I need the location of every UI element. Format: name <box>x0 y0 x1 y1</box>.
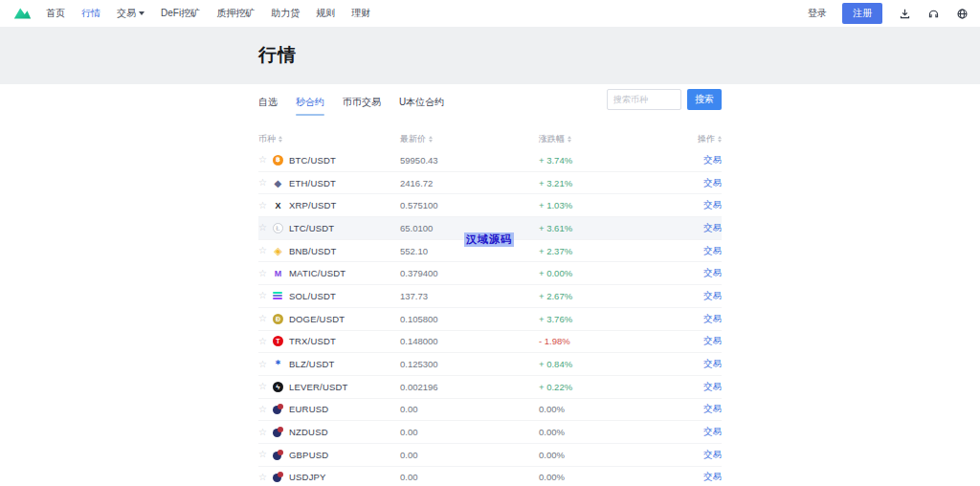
trade-link[interactable]: 交易 <box>672 154 722 166</box>
nav-item-loan[interactable]: 助力贷 <box>271 7 300 20</box>
nav-item-home[interactable]: 首页 <box>46 7 65 20</box>
sort-icon <box>278 136 282 143</box>
register-button[interactable]: 注册 <box>842 3 882 24</box>
trade-link[interactable]: 交易 <box>672 335 722 347</box>
pair-name: XRP/USDT <box>289 200 337 210</box>
change-percent: 0.00% <box>539 450 672 460</box>
headset-icon[interactable] <box>926 7 940 20</box>
favorite-star-icon[interactable]: ☆ <box>258 269 267 278</box>
tab-usdt-contract[interactable]: U本位合约 <box>399 96 444 116</box>
main-nav: 首页 行情 交易 DeFi挖矿 质押挖矿 助力贷 规则 理财 <box>46 7 370 20</box>
nav-item-markets[interactable]: 行情 <box>81 7 100 20</box>
table-row[interactable]: ☆NZDUSD0.000.00%交易 <box>258 421 722 444</box>
symbol-cell: ☆฿BTC/USDT <box>258 155 400 166</box>
nav-item-defi-mining[interactable]: DeFi挖矿 <box>161 7 200 20</box>
last-price: 0.00 <box>400 450 539 460</box>
table-row[interactable]: ☆USDJPY0.000.00%交易 <box>258 467 722 486</box>
sort-icon <box>568 136 571 143</box>
nav-item-staking[interactable]: 质押挖矿 <box>216 7 255 20</box>
trade-link[interactable]: 交易 <box>672 403 722 415</box>
header-price[interactable]: 最新价 <box>400 133 539 145</box>
trade-link[interactable]: 交易 <box>672 471 722 483</box>
header-symbol[interactable]: 币种 <box>258 133 400 145</box>
favorite-star-icon[interactable]: ☆ <box>258 201 267 210</box>
trade-link[interactable]: 交易 <box>672 245 722 257</box>
fx-coin-icon <box>273 472 283 482</box>
change-percent: + 0.00% <box>539 268 672 278</box>
last-price: 0.575100 <box>400 200 539 210</box>
header-symbol-label: 币种 <box>258 133 276 145</box>
nav-item-trade[interactable]: 交易 <box>117 7 145 20</box>
table-row[interactable]: ☆ϟLEVER/USDT0.002196+ 0.22%交易 <box>258 376 722 399</box>
trade-link[interactable]: 交易 <box>672 313 722 325</box>
trade-link[interactable]: 交易 <box>672 381 722 393</box>
symbol-cell: ☆＊BLZ/USDT <box>258 359 400 369</box>
pair-name: NZDUSD <box>289 427 328 437</box>
table-row[interactable]: ☆XXRP/USDT0.575100+ 1.03%交易 <box>258 194 722 217</box>
bnb-coin-icon: ◈ <box>273 246 283 256</box>
symbol-cell: ☆TTRX/USDT <box>258 336 400 346</box>
xrp-coin-icon: X <box>273 200 283 210</box>
favorite-star-icon[interactable]: ☆ <box>258 178 267 188</box>
trade-link[interactable]: 交易 <box>672 449 722 461</box>
table-row[interactable]: ☆TTRX/USDT0.148000- 1.98%交易 <box>258 331 722 354</box>
globe-icon[interactable] <box>955 7 969 20</box>
nav-item-rules[interactable]: 规则 <box>316 7 335 20</box>
favorite-star-icon[interactable]: ☆ <box>258 405 267 414</box>
trade-link[interactable]: 交易 <box>672 177 722 189</box>
pair-name: BTC/USDT <box>289 155 336 166</box>
trade-link[interactable]: 交易 <box>672 199 722 211</box>
table-row[interactable]: ☆฿BTC/USDT59950.43+ 3.74%交易 <box>258 149 722 172</box>
favorite-star-icon[interactable]: ☆ <box>258 337 267 346</box>
top-nav-bar: 首页 行情 交易 DeFi挖矿 质押挖矿 助力贷 规则 理财 登录 注册 <box>0 0 980 27</box>
pair-name: DOGE/USDT <box>289 314 345 324</box>
favorite-star-icon[interactable]: ☆ <box>258 360 267 369</box>
last-price: 0.002196 <box>400 382 539 392</box>
login-link[interactable]: 登录 <box>808 7 827 20</box>
symbol-cell: ☆NZDUSD <box>258 427 400 437</box>
favorite-star-icon[interactable]: ☆ <box>258 223 267 232</box>
favorite-star-icon[interactable]: ☆ <box>258 382 267 391</box>
download-icon[interactable] <box>898 7 911 20</box>
last-price: 0.00 <box>400 404 539 414</box>
table-row[interactable]: ☆◆ETH/USDT2416.72+ 3.21%交易 <box>258 172 722 195</box>
trade-link[interactable]: 交易 <box>672 290 722 302</box>
table-row[interactable]: ☆ÐDOGE/USDT0.105800+ 3.76%交易 <box>258 308 722 331</box>
trade-link[interactable]: 交易 <box>672 426 722 438</box>
search-input[interactable] <box>607 89 681 110</box>
table-row[interactable]: ☆GBPUSD0.000.00%交易 <box>258 444 722 467</box>
table-row[interactable]: ☆SOL/USDT137.73+ 2.67%交易 <box>258 285 722 308</box>
tab-second-contract[interactable]: 秒合约 <box>296 96 324 116</box>
change-percent: - 1.98% <box>539 336 672 346</box>
symbol-cell: ☆◆ETH/USDT <box>258 178 400 188</box>
pair-name: GBPUSD <box>289 450 328 460</box>
ltc-coin-icon: Ł <box>273 223 283 233</box>
trade-link[interactable]: 交易 <box>672 222 722 234</box>
favorite-star-icon[interactable]: ☆ <box>258 291 267 300</box>
tab-spot[interactable]: 币币交易 <box>343 96 381 116</box>
table-row[interactable]: ☆EURUSD0.000.00%交易 <box>258 399 722 422</box>
header-action-label: 操作 <box>698 133 715 145</box>
table-row[interactable]: ☆＊BLZ/USDT0.125300+ 0.84%交易 <box>258 353 722 376</box>
table-row[interactable]: ☆MMATIC/USDT0.379400+ 0.00%交易 <box>258 262 722 285</box>
last-price: 0.105800 <box>400 314 539 324</box>
change-percent: + 2.67% <box>539 291 672 301</box>
last-price: 59950.43 <box>400 155 539 166</box>
favorite-star-icon[interactable]: ☆ <box>258 450 267 459</box>
search-button[interactable]: 搜索 <box>687 89 722 110</box>
header-action[interactable]: 操作 <box>672 133 722 145</box>
nav-item-wealth[interactable]: 理财 <box>351 7 370 20</box>
favorite-star-icon[interactable]: ☆ <box>258 246 267 255</box>
favorite-star-icon[interactable]: ☆ <box>258 155 267 165</box>
page-header-band: 行情 <box>0 27 980 84</box>
trade-link[interactable]: 交易 <box>672 358 722 370</box>
trade-link[interactable]: 交易 <box>672 267 722 279</box>
tab-favorites[interactable]: 自选 <box>258 96 278 116</box>
header-change[interactable]: 涨跌幅 <box>539 133 672 145</box>
favorite-star-icon[interactable]: ☆ <box>258 473 267 482</box>
favorite-star-icon[interactable]: ☆ <box>258 314 267 323</box>
favorite-star-icon[interactable]: ☆ <box>258 428 267 437</box>
brand-logo-icon[interactable] <box>11 5 33 22</box>
symbol-cell: ☆ϟLEVER/USDT <box>258 382 400 392</box>
fx-coin-icon <box>273 450 283 460</box>
